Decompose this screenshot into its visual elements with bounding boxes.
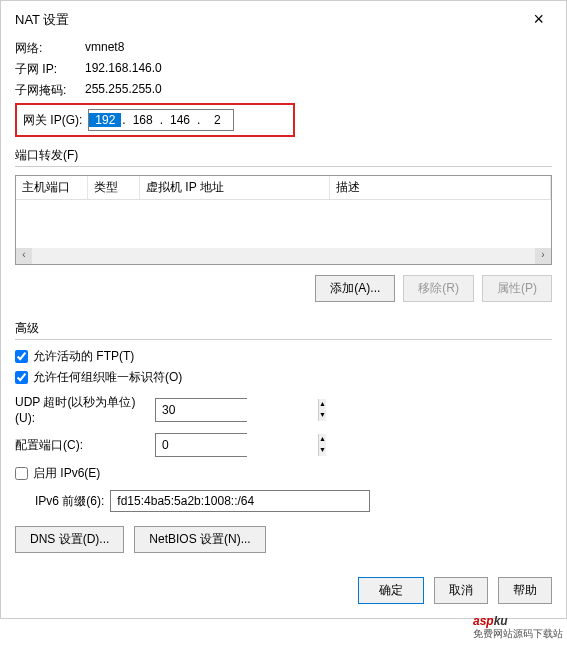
gateway-octet-3[interactable] [164, 113, 196, 127]
add-button[interactable]: 添加(A)... [315, 275, 395, 302]
gateway-octet-2[interactable] [127, 113, 159, 127]
properties-button: 属性(P) [482, 275, 552, 302]
table-header: 主机端口 类型 虚拟机 IP 地址 描述 [16, 176, 551, 200]
config-port-input[interactable] [156, 434, 318, 456]
scroll-left-icon[interactable]: ‹ [16, 248, 32, 264]
gateway-octet-4[interactable] [201, 113, 233, 127]
close-icon[interactable]: × [525, 9, 552, 30]
gateway-label: 网关 IP(G): [23, 112, 82, 129]
nat-settings-dialog: NAT 设置 × 网络: vmnet8 子网 IP: 192.168.146.0… [0, 0, 567, 619]
network-value: vmnet8 [85, 40, 124, 57]
subnet-mask-label: 子网掩码: [15, 82, 85, 99]
enable-ipv6-checkbox[interactable] [15, 467, 28, 480]
subnet-ip-row: 子网 IP: 192.168.146.0 [15, 61, 552, 78]
chevron-up-icon[interactable]: ▲ [319, 399, 326, 410]
advanced-group-title: 高级 [15, 320, 552, 340]
col-hostport[interactable]: 主机端口 [16, 176, 88, 199]
port-forward-table[interactable]: 主机端口 类型 虚拟机 IP 地址 描述 ‹ › [15, 175, 552, 265]
gateway-octet-1[interactable] [89, 113, 121, 127]
udp-timeout-input[interactable] [156, 399, 318, 421]
subnet-ip-value: 192.168.146.0 [85, 61, 162, 78]
chevron-down-icon[interactable]: ▼ [319, 410, 326, 421]
ok-button[interactable]: 确定 [358, 577, 424, 604]
network-label: 网络: [15, 40, 85, 57]
title-bar: NAT 设置 × [1, 1, 566, 34]
udp-timeout-stepper[interactable]: ▲▼ [155, 398, 247, 422]
col-vmip[interactable]: 虚拟机 IP 地址 [140, 176, 330, 199]
subnet-mask-value: 255.255.255.0 [85, 82, 162, 99]
gateway-row: 网关 IP(G): . . . [15, 103, 295, 137]
port-forward-group-title: 端口转发(F) [15, 147, 552, 167]
gateway-ip-input[interactable]: . . . [88, 109, 234, 131]
scroll-right-icon[interactable]: › [535, 248, 551, 264]
window-title: NAT 设置 [15, 11, 69, 29]
network-row: 网络: vmnet8 [15, 40, 552, 57]
allow-oui-checkbox[interactable] [15, 371, 28, 384]
enable-ipv6-label[interactable]: 启用 IPv6(E) [33, 465, 100, 482]
netbios-settings-button[interactable]: NetBIOS 设置(N)... [134, 526, 265, 553]
subnet-mask-row: 子网掩码: 255.255.255.0 [15, 82, 552, 99]
ipv6-prefix-label: IPv6 前缀(6): [35, 493, 104, 510]
help-button[interactable]: 帮助 [498, 577, 552, 604]
chevron-up-icon[interactable]: ▲ [319, 434, 326, 445]
horizontal-scrollbar[interactable]: ‹ › [16, 248, 551, 264]
col-type[interactable]: 类型 [88, 176, 140, 199]
ipv6-prefix-input[interactable] [110, 490, 370, 512]
watermark-logo: aspku 免费网站源码下载站 [473, 605, 563, 641]
allow-ftp-label[interactable]: 允许活动的 FTP(T) [33, 348, 134, 365]
subnet-ip-label: 子网 IP: [15, 61, 85, 78]
remove-button: 移除(R) [403, 275, 474, 302]
dns-settings-button[interactable]: DNS 设置(D)... [15, 526, 124, 553]
col-desc[interactable]: 描述 [330, 176, 551, 199]
allow-oui-label[interactable]: 允许任何组织唯一标识符(O) [33, 369, 182, 386]
allow-ftp-checkbox[interactable] [15, 350, 28, 363]
config-port-stepper[interactable]: ▲▼ [155, 433, 247, 457]
chevron-down-icon[interactable]: ▼ [319, 445, 326, 456]
cancel-button[interactable]: 取消 [434, 577, 488, 604]
config-port-label: 配置端口(C): [15, 437, 155, 454]
udp-timeout-label: UDP 超时(以秒为单位)(U): [15, 394, 155, 425]
